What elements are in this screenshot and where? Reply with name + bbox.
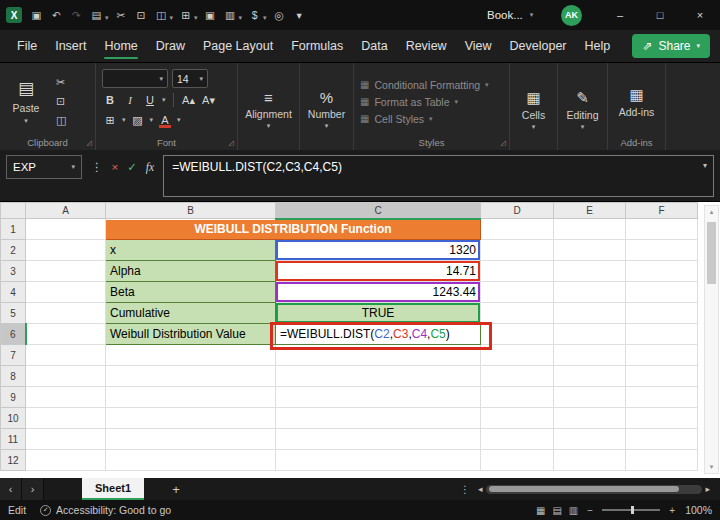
cut-button[interactable]: ✂ [56, 76, 66, 89]
cell-D8[interactable] [481, 366, 554, 387]
cell-E7[interactable] [554, 345, 626, 366]
cell-B9[interactable] [106, 387, 276, 408]
maximize-button[interactable]: □ [640, 0, 680, 30]
minimize-button[interactable]: – [600, 0, 640, 30]
cell-E10[interactable] [554, 408, 626, 429]
cell-C6[interactable]: =WEIBULL.DIST(C2,C3,C4,C5) [276, 324, 481, 345]
cell-C9[interactable] [276, 387, 481, 408]
menu-tab-file[interactable]: File [8, 30, 46, 62]
cell-F3[interactable] [626, 261, 698, 282]
column-header-F[interactable]: F [626, 203, 698, 219]
styles-button-format-as-table[interactable]: ▦Format as Table▾ [360, 96, 489, 108]
column-header-B[interactable]: B [106, 203, 276, 219]
increase-font-size-button[interactable]: A▴ [181, 92, 197, 108]
cell-F11[interactable] [626, 429, 698, 450]
menu-tab-page-layout[interactable]: Page Layout [194, 30, 282, 62]
cell-B6[interactable]: Weibull Distribution Value [106, 324, 276, 345]
cell-D1[interactable] [481, 219, 554, 240]
cell-F1[interactable] [626, 219, 698, 240]
styles-button-conditional-formatting[interactable]: ▦Conditional Formatting▾ [360, 79, 489, 91]
cell-C3[interactable]: 14.71 [276, 261, 481, 282]
view-button-2[interactable]: ▥ [569, 505, 578, 516]
vertical-scroll-thumb[interactable] [707, 222, 716, 284]
cell-B10[interactable] [106, 408, 276, 429]
chevron-down-icon[interactable]: ▾ [105, 14, 109, 22]
row-header-12[interactable]: 12 [1, 450, 26, 471]
cell-B12[interactable] [106, 450, 276, 471]
cell-C10[interactable] [276, 408, 481, 429]
paste-icon[interactable]: ▤ [87, 5, 106, 25]
cell-B7[interactable] [106, 345, 276, 366]
row-header-5[interactable]: 5 [1, 303, 26, 324]
cell-D10[interactable] [481, 408, 554, 429]
copy-icon[interactable]: ⊡ [132, 5, 151, 25]
decrease-font-size-button[interactable]: A▾ [201, 92, 217, 108]
bold-button[interactable]: B [102, 92, 118, 108]
table-icon[interactable]: ⊞ [176, 5, 195, 25]
expand-formula-bar-icon[interactable]: ▾ [703, 161, 707, 170]
cell-C12[interactable] [276, 450, 481, 471]
underline-button[interactable]: U [142, 92, 158, 108]
cell-A7[interactable] [26, 345, 106, 366]
cell-F6[interactable] [626, 324, 698, 345]
cell-A3[interactable] [26, 261, 106, 282]
name-box[interactable]: EXP ▾ [6, 155, 82, 179]
chevron-down-icon[interactable]: ▾ [170, 14, 174, 22]
cell-C11[interactable] [276, 429, 481, 450]
cell-E8[interactable] [554, 366, 626, 387]
cell-E4[interactable] [554, 282, 626, 303]
row-header-7[interactable]: 7 [1, 345, 26, 366]
menu-tab-data[interactable]: Data [352, 30, 396, 62]
menu-tab-formulas[interactable]: Formulas [282, 30, 352, 62]
chevron-down-icon[interactable]: ▾ [263, 14, 267, 22]
menu-tab-help[interactable]: Help [576, 30, 620, 62]
cell-A5[interactable] [26, 303, 106, 324]
zoom-out-button[interactable]: − [587, 505, 593, 516]
horizontal-scroll-thumb[interactable] [489, 486, 679, 492]
menu-tab-draw[interactable]: Draw [147, 30, 194, 62]
cell-B4[interactable]: Beta [106, 282, 276, 303]
cell-A1[interactable] [26, 219, 106, 240]
styles-dialog-launcher-icon[interactable]: ◿ [501, 139, 506, 147]
format-painter-icon[interactable]: ◫ [152, 5, 171, 25]
cell-B1[interactable]: WEIBULL DISTRIBUTION Function [106, 219, 481, 240]
row-header-1[interactable]: 1 [1, 219, 26, 240]
cells-button[interactable]: ▦ Cells ▾ [516, 69, 551, 150]
workbook-title[interactable]: Book... ▾ [487, 9, 533, 21]
cell-B11[interactable] [106, 429, 276, 450]
cell-F5[interactable] [626, 303, 698, 324]
cell-D4[interactable] [481, 282, 554, 303]
cell-C4[interactable]: 1243.44 [276, 282, 481, 303]
cell-A4[interactable] [26, 282, 106, 303]
cell-F12[interactable] [626, 450, 698, 471]
cell-A9[interactable] [26, 387, 106, 408]
excel-logo[interactable]: X [6, 7, 22, 23]
cell-E5[interactable] [554, 303, 626, 324]
menu-tab-view[interactable]: View [456, 30, 501, 62]
select-all-corner[interactable] [1, 203, 26, 219]
cell-D12[interactable] [481, 450, 554, 471]
formula-input[interactable]: =WEIBULL.DIST(C2,C3,C4,C5) ▾ [163, 155, 714, 197]
row-header-2[interactable]: 2 [1, 240, 26, 261]
record-macro-icon[interactable]: ◎ [270, 5, 289, 25]
cut-icon[interactable]: ✂ [112, 5, 131, 25]
insert-function-button[interactable]: fx [146, 161, 154, 173]
cell-E12[interactable] [554, 450, 626, 471]
confirm-entry-button[interactable]: ✓ [127, 160, 137, 174]
menu-tab-home[interactable]: Home [95, 30, 146, 62]
chart-icon[interactable]: ▥ [221, 5, 240, 25]
borders-button[interactable]: ⊞ [102, 112, 118, 128]
cell-D11[interactable] [481, 429, 554, 450]
view-button-0[interactable]: ▦ [536, 505, 545, 516]
font-color-button[interactable]: A [157, 112, 173, 128]
addins-button[interactable]: ▦ Add-ins [614, 69, 659, 134]
menu-tab-review[interactable]: Review [397, 30, 456, 62]
cell-A8[interactable] [26, 366, 106, 387]
previous-sheet-button[interactable]: ‹ [0, 478, 22, 500]
menu-tab-developer[interactable]: Developer [501, 30, 576, 62]
zoom-level[interactable]: 100% [684, 504, 712, 516]
styles-button-cell-styles[interactable]: ▦Cell Styles▾ [360, 113, 489, 125]
font-size-select[interactable]: 14 ▾ [172, 69, 208, 88]
row-header-4[interactable]: 4 [1, 282, 26, 303]
more-sheets-icon[interactable]: ⋮ [452, 484, 478, 495]
